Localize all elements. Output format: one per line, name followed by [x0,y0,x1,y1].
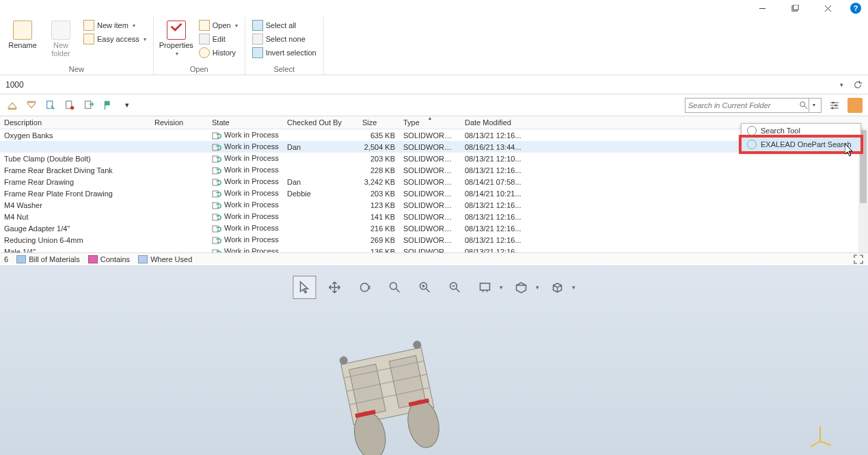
col-type[interactable]: Type [399,116,461,129]
cell-size: 136 KB [358,246,399,252]
cell-date: 08/13/21 12:16... [461,223,543,235]
new-folder-label: New folder [51,41,70,57]
pdm-toolbar: ▾ ▾ [0,94,868,116]
table-row[interactable]: Male 1/4"Work in Process136 KBSOLIDWORKS… [0,246,868,252]
select-tool[interactable] [293,276,316,299]
svg-point-13 [800,101,805,106]
col-revision[interactable]: Revision [150,116,208,129]
open-button[interactable]: Open▾ [198,19,239,31]
table-row[interactable]: Frame Rear Plate Front DrawingWork in Pr… [0,187,868,199]
pan-tool[interactable] [323,276,347,299]
history-button[interactable]: History [198,47,239,59]
zoom-in-tool[interactable] [413,276,437,299]
col-size[interactable]: Size [358,116,399,129]
table-row[interactable]: Work in ProcessDan2,504 KBSOLIDWORKS ...… [0,141,868,153]
link-icon [138,255,148,263]
cell-type: SOLIDWORKS ... [399,200,461,211]
col-state[interactable]: State [208,116,283,129]
cell-date: 08/13/21 12:16... [461,246,543,252]
address-path[interactable]: 1000 [4,80,831,90]
undo-checkout-icon[interactable] [63,99,77,112]
check-in-icon[interactable] [44,99,57,112]
table-row[interactable]: Gauge Adapter 1/4"Work in Process216 KBS… [0,223,868,235]
exalead-onepart-menuitem[interactable]: EXALEAD OnePart Search [742,138,860,151]
refresh-icon[interactable] [852,79,864,91]
address-bar[interactable]: 1000 ▾ [0,75,868,94]
workflow-icon [212,248,221,252]
svg-point-20 [832,107,834,109]
search-input[interactable]: ▾ [685,98,822,113]
get-latest-icon[interactable] [5,99,19,112]
ribbon-group-select: Select [251,65,318,75]
cell-checked-out-by [283,164,358,176]
svg-line-41 [457,289,460,292]
flag-icon[interactable] [101,99,115,112]
svg-line-35 [396,289,400,292]
cell-description: Gauge Adapter 1/4" [0,223,150,235]
search-icon[interactable] [799,101,809,110]
maximize-button[interactable] [785,1,805,15]
section-tool[interactable] [510,276,533,299]
cell-description: Frame Rear Drawing [0,176,150,187]
tab-preview[interactable]: 6 [4,255,8,263]
table-row[interactable]: Oxygen BanksWork in Process635 KBSOLIDWO… [0,129,868,142]
svg-line-37 [426,289,430,292]
address-dropdown-icon[interactable]: ▾ [835,79,847,91]
cell-description: Tube Clamp (Double Bolt) [0,153,150,164]
table-row[interactable]: M4 NutWork in Process141 KBSOLIDWORKS ..… [0,211,868,223]
tab-contains[interactable]: Contains [88,255,130,263]
cell-description: M4 Nut [0,211,150,223]
search-options-icon[interactable] [827,98,842,113]
table-row[interactable]: Frame Rear Bracket Diving TankWork in Pr… [0,164,868,176]
select-all-button[interactable]: Select all [251,19,318,31]
col-description[interactable]: Description [0,116,150,129]
chevron-down-icon[interactable]: ▾ [500,284,503,291]
new-folder-button[interactable]: New folder [44,19,78,57]
table-row[interactable]: Tube Clamp (Double Bolt)Work in Process2… [0,153,868,164]
table-row[interactable]: Frame Rear DrawingWork in ProcessDan3,24… [0,176,868,187]
search-tool-menuitem[interactable]: Search Tool [742,124,860,138]
col-date-modified[interactable]: Date Modified [461,116,543,129]
cell-size: 635 KB [358,129,399,142]
help-icon[interactable]: ? [850,3,861,14]
check-out-icon[interactable] [25,99,38,112]
select-none-button[interactable]: Select none [251,33,318,45]
tab-bom-label: Bill of Materials [29,255,80,263]
filter-icon[interactable]: ▾ [120,99,134,112]
close-button[interactable] [817,1,838,15]
tab-where-used[interactable]: Where Used [138,255,192,263]
chevron-down-icon[interactable]: ▾ [572,284,575,291]
zoom-fit-tool[interactable] [383,276,407,299]
change-state-icon[interactable] [82,99,96,112]
rotate-tool[interactable] [353,276,377,299]
table-row[interactable]: Reducing Union 6-4mmWork in Process269 K… [0,235,868,246]
column-header-row: Description Revision State Checked Out B… [0,116,868,129]
history-label: History [213,49,236,57]
tab-bom[interactable]: Bill of Materials [16,255,80,263]
ribbon-group-open: Open [159,65,239,75]
workflow-icon [212,212,221,222]
display-mode-tool[interactable] [474,276,497,299]
chevron-down-icon[interactable]: ▾ [536,284,539,291]
minimize-button[interactable] [752,1,772,15]
expand-icon[interactable] [853,254,864,265]
zoom-out-tool[interactable] [444,276,467,299]
rename-button[interactable]: Rename [5,19,40,49]
search-field[interactable] [688,101,799,109]
properties-button[interactable]: Properties ▾ [159,19,193,57]
preview-viewer[interactable]: ▾ ▾ ▾ [0,266,868,455]
cell-description [0,141,150,153]
edit-button[interactable]: Edit [198,33,239,45]
col-checked-out-by[interactable]: Checked Out By [283,116,358,129]
user-avatar[interactable] [847,98,863,113]
easy-access-button[interactable]: Easy access▾ [82,33,148,45]
view-cube-tool[interactable] [546,276,569,299]
search-dropdown-icon[interactable]: ▾ [809,99,818,112]
table-row[interactable]: M4 WasherWork in Process123 KBSOLIDWORKS… [0,200,868,211]
cell-revision [150,235,208,246]
new-item-button[interactable]: New item▾ [82,19,148,31]
invert-selection-button[interactable]: Invert selection [251,47,318,59]
exalead-label: EXALEAD OnePart Search [761,140,852,148]
svg-line-61 [811,441,820,447]
cell-type: SOLIDWORKS ... [399,187,461,199]
